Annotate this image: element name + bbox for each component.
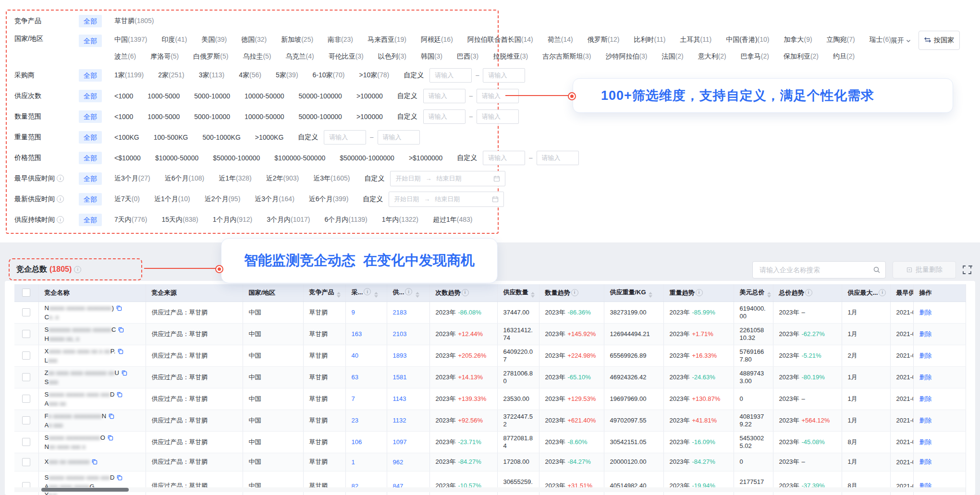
filter-option[interactable]: 新加坡(25) — [281, 36, 313, 44]
filter-option[interactable]: 哥伦比亚(3) — [329, 52, 364, 61]
column-header-供应数量[interactable]: 供应数量 — [497, 284, 539, 302]
sort-icon[interactable] — [374, 292, 378, 298]
row-checkbox[interactable] — [22, 438, 30, 446]
filter-custom-option[interactable]: 自定义 — [397, 92, 417, 100]
filter-option[interactable]: 近6个月(399) — [309, 195, 348, 204]
row-checkbox[interactable] — [22, 308, 30, 316]
filter-option[interactable]: 7天内(776) — [114, 216, 147, 224]
copy-icon[interactable] — [117, 349, 123, 356]
filter-min-input[interactable] — [423, 109, 466, 124]
copy-icon[interactable] — [116, 392, 122, 399]
filter-option[interactable]: 韩国(3) — [421, 52, 442, 61]
sort-icon[interactable] — [649, 292, 652, 298]
filter-all-chip[interactable]: 全部 — [79, 214, 102, 226]
filter-option[interactable]: 1000-5000 — [147, 92, 180, 100]
filter-min-input[interactable] — [324, 130, 366, 145]
filter-option[interactable]: 意大利(2) — [698, 52, 726, 61]
filter-option[interactable]: 超过1年(483) — [433, 216, 472, 224]
filter-option[interactable]: 立陶宛(7) — [827, 36, 855, 44]
filter-option[interactable]: 白俄罗斯(5) — [193, 52, 228, 61]
expand-button[interactable]: 展开 — [891, 36, 911, 45]
copy-icon[interactable] — [107, 435, 113, 442]
filter-option[interactable]: 10000-50000 — [245, 113, 284, 121]
filter-max-input[interactable] — [378, 130, 420, 145]
filter-all-chip[interactable]: 全部 — [79, 15, 102, 27]
column-header-采...[interactable]: 采...i — [345, 284, 387, 302]
copy-icon[interactable] — [118, 327, 124, 334]
delete-link[interactable]: 删除 — [919, 352, 932, 359]
buyer-count-link[interactable]: 106 — [345, 431, 387, 453]
filter-option[interactable]: 50000-100000 — [299, 92, 342, 100]
filter-option[interactable]: 近3个月(27) — [114, 174, 150, 183]
filter-min-input[interactable] — [423, 89, 466, 103]
sort-icon[interactable] — [337, 292, 341, 298]
filter-all-chip[interactable]: 全部 — [79, 172, 102, 185]
filter-option[interactable]: 2家(251) — [158, 71, 184, 80]
filter-option[interactable]: <1000 — [114, 113, 133, 121]
copy-icon[interactable] — [108, 413, 114, 421]
filter-option[interactable]: 4家(56) — [239, 71, 261, 80]
buyer-count-link[interactable]: 1 — [345, 453, 387, 471]
filter-option[interactable]: 比利时(11) — [634, 36, 666, 44]
supply-count-link[interactable]: 1581 — [387, 366, 429, 388]
filter-option[interactable]: 5家(39) — [276, 71, 298, 80]
filter-option[interactable]: 俄罗斯(12) — [588, 36, 620, 44]
horizontal-scrollbar-thumb[interactable] — [41, 488, 129, 492]
company-search-input[interactable] — [759, 266, 873, 274]
filter-option[interactable]: 6-10家(70) — [313, 71, 345, 80]
filter-option[interactable]: 1个月内(912) — [213, 216, 252, 224]
filter-option[interactable]: 荷兰(14) — [548, 36, 573, 44]
filter-option[interactable]: $500000-1000000 — [340, 154, 394, 162]
filter-max-input[interactable] — [483, 68, 525, 83]
supply-count-link[interactable]: 2103 — [387, 323, 429, 345]
buyer-count-link[interactable]: 23 — [345, 410, 387, 431]
filter-option[interactable]: 3家(113) — [199, 71, 224, 80]
filter-custom-option[interactable]: 自定义 — [363, 195, 383, 204]
filter-option[interactable]: 阿根廷(16) — [421, 36, 453, 44]
filter-option[interactable]: >$1000000 — [409, 154, 442, 162]
filter-option[interactable]: $10000-50000 — [155, 154, 198, 162]
column-header-美元总价[interactable]: 美元总价 — [734, 284, 773, 302]
buyer-count-link[interactable]: 63 — [345, 366, 387, 388]
delete-link[interactable]: 删除 — [919, 374, 932, 381]
filter-option[interactable]: 近3年(1605) — [313, 174, 350, 183]
filter-option[interactable]: 加拿大(9) — [784, 36, 812, 44]
filter-all-chip[interactable]: 全部 — [79, 90, 102, 102]
buyer-count-link[interactable]: 7 — [345, 388, 387, 410]
filter-option[interactable]: 美国(39) — [201, 36, 227, 44]
filter-option[interactable]: 近1个月(10) — [154, 195, 190, 204]
filter-option[interactable]: 阿拉伯联合酋长国(14) — [467, 36, 533, 44]
filter-all-chip[interactable]: 全部 — [79, 193, 102, 205]
delete-link[interactable]: 删除 — [919, 309, 932, 316]
filter-option[interactable]: 马来西亚(19) — [368, 36, 406, 44]
filter-option[interactable]: 近2个月(95) — [205, 195, 241, 204]
filter-custom-option[interactable]: 自定义 — [298, 133, 318, 142]
row-checkbox[interactable] — [22, 373, 30, 381]
buyer-count-link[interactable]: 40 — [345, 345, 387, 366]
filter-option[interactable]: 乌拉圭(5) — [243, 52, 271, 61]
filter-option[interactable]: 3个月内(1017) — [267, 216, 310, 224]
filter-option[interactable]: 中国(1397) — [114, 36, 147, 44]
filter-option[interactable]: 近6个月(108) — [165, 174, 204, 183]
delete-link[interactable]: 删除 — [919, 458, 932, 465]
filter-option[interactable]: 法国(2) — [662, 52, 684, 61]
supply-count-link[interactable]: 1097 — [387, 431, 429, 453]
filter-custom-option[interactable]: 自定义 — [404, 71, 424, 80]
date-range-picker[interactable]: 开始日期→结束日期 — [389, 192, 504, 207]
filter-option[interactable]: 近3个月(164) — [255, 195, 294, 204]
filter-option[interactable]: 500-1000KG — [202, 133, 240, 141]
filter-option[interactable]: 巴拿马(2) — [741, 52, 769, 61]
filter-option[interactable]: 瑞士(6) — [870, 36, 891, 44]
row-checkbox[interactable] — [22, 351, 30, 360]
filter-option[interactable]: 草甘膦(1805) — [114, 17, 154, 25]
filter-all-chip[interactable]: 全部 — [79, 152, 102, 164]
by-country-button[interactable]: 按国家 — [919, 31, 960, 50]
row-checkbox[interactable] — [22, 395, 30, 403]
copy-icon[interactable] — [116, 305, 122, 313]
filter-option[interactable]: 1家(1199) — [114, 71, 144, 80]
row-checkbox[interactable] — [22, 416, 30, 424]
copy-icon[interactable] — [116, 475, 122, 482]
copy-icon[interactable] — [91, 459, 98, 466]
filter-option[interactable]: $50000-100000 — [213, 154, 260, 162]
filter-custom-option[interactable]: 自定义 — [364, 174, 384, 183]
